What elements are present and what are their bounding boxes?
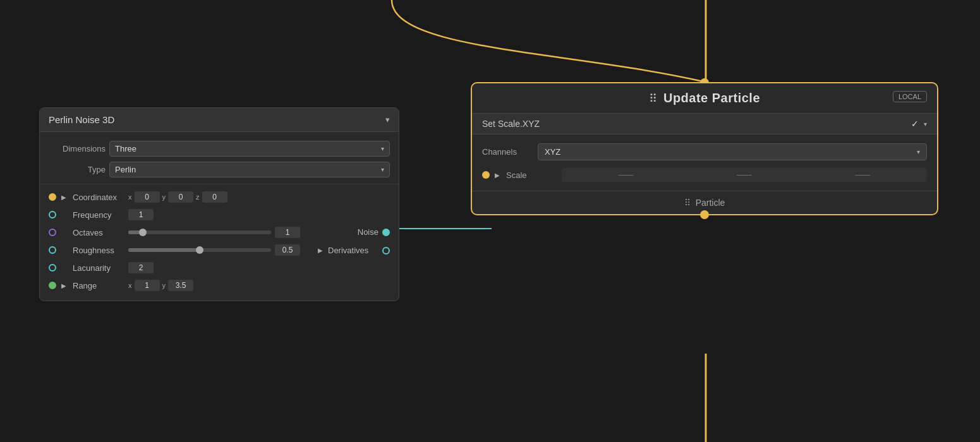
- octaves-socket: [49, 229, 56, 236]
- octaves-slider-thumb[interactable]: [139, 229, 147, 236]
- dimensions-row: Dimensions Three ▾: [40, 138, 399, 159]
- range-socket: [49, 282, 56, 289]
- scale-row: ▶ Scale —— —— ——: [472, 164, 937, 186]
- particle-label: Particle: [696, 198, 725, 208]
- perlin-node-header: Perlin Noise 3D ▾: [40, 108, 399, 132]
- coordinatex-expand[interactable]: ▶: [61, 194, 66, 201]
- particle-grid-icon: ⠿: [684, 198, 691, 208]
- roughness-slider-thumb[interactable]: [196, 246, 203, 254]
- roughness-slider-track[interactable]: [128, 248, 271, 252]
- node-body-inner: ▶ Coordinatex x 0 y 0 z 0 Frequency 1: [40, 188, 399, 294]
- octaves-label: Octaves: [73, 228, 123, 237]
- coord-z-label: z: [196, 193, 200, 201]
- coordinatex-label: Coordinatex: [73, 193, 123, 202]
- channels-label: Channels: [482, 147, 533, 157]
- channels-value: XYZ: [545, 147, 560, 157]
- derivatives-socket-row: ▶ Derivatives: [318, 246, 390, 255]
- scale-expand[interactable]: ▶: [495, 172, 500, 179]
- roughness-socket: [49, 246, 56, 254]
- frequency-row: Frequency 1: [40, 206, 309, 224]
- roughness-value[interactable]: 0.5: [275, 244, 300, 256]
- noise-label: Noise: [328, 227, 378, 237]
- type-dropdown-arrow: ▾: [381, 166, 384, 173]
- scale-label: Scale: [506, 170, 557, 180]
- update-node-title: Update Particle: [663, 91, 760, 105]
- range-label: Range: [73, 281, 123, 290]
- dimensions-dropdown-arrow: ▾: [381, 145, 384, 152]
- coord-z-input[interactable]: 0: [202, 191, 227, 203]
- scale-left-socket: [482, 171, 490, 179]
- coordinatex-row: ▶ Coordinatex x 0 y 0 z 0: [40, 188, 309, 206]
- update-node-header: ⠿ Update Particle LOCAL: [472, 83, 937, 113]
- update-particle-node: ⠿ Update Particle LOCAL Set Scale.XYZ ✓ …: [471, 82, 938, 215]
- roughness-row: Roughness 0.5: [40, 241, 309, 259]
- dimensions-dropdown[interactable]: Three ▾: [109, 141, 390, 157]
- range-group: x 1 y 3.5: [128, 280, 300, 291]
- range-y-label: y: [162, 282, 166, 289]
- section-expand-arrow[interactable]: ▾: [924, 121, 927, 128]
- dimensions-label: Dimensions: [49, 144, 106, 153]
- derivatives-socket: [382, 247, 390, 254]
- range-row: ▶ Range x 1 y 3.5: [40, 277, 309, 294]
- node-grid-icon: ⠿: [649, 92, 657, 105]
- channels-row: Channels XYZ ▾: [472, 140, 937, 164]
- perlin-node-title: Perlin Noise 3D: [49, 114, 114, 125]
- roughness-slider-fill: [128, 248, 200, 252]
- set-scale-title: Set Scale.XYZ: [482, 119, 540, 129]
- lacunarity-input[interactable]: 2: [128, 262, 154, 273]
- noise-socket-row: Noise: [328, 227, 390, 237]
- frequency-label: Frequency: [73, 210, 123, 220]
- scale-z-dash: ——: [855, 170, 870, 179]
- octaves-row: Octaves 1: [40, 224, 309, 241]
- derivatives-expand[interactable]: ▶: [318, 247, 323, 254]
- frequency-input[interactable]: 1: [128, 209, 154, 220]
- coordinatex-socket: [49, 193, 56, 201]
- type-label: Type: [49, 165, 106, 174]
- range-x-input[interactable]: 1: [135, 280, 160, 291]
- channels-dropdown[interactable]: XYZ ▾: [538, 143, 927, 160]
- dimensions-value: Three: [115, 144, 136, 153]
- channels-dropdown-arrow: ▾: [917, 148, 920, 155]
- collapse-icon[interactable]: ▾: [385, 115, 390, 124]
- range-x-label: x: [128, 282, 132, 289]
- local-badge: LOCAL: [893, 91, 927, 102]
- coord-y-input[interactable]: 0: [168, 191, 193, 203]
- range-expand[interactable]: ▶: [61, 282, 66, 289]
- noise-socket: [382, 229, 390, 236]
- scale-x-dash: ——: [619, 170, 634, 179]
- roughness-slider-container: 0.5: [128, 244, 300, 256]
- scale-y-dash: ——: [737, 170, 752, 179]
- lacunarity-label: Lacunarity: [73, 263, 123, 273]
- set-scale-section-body: Channels XYZ ▾ ▶ Scale —— —— ——: [472, 134, 937, 191]
- roughness-label: Roughness: [73, 246, 123, 255]
- range-y-input[interactable]: 3.5: [168, 280, 193, 291]
- octaves-value[interactable]: 1: [275, 227, 300, 238]
- left-fields: ▶ Coordinatex x 0 y 0 z 0 Frequency 1: [40, 188, 309, 294]
- perlin-noise-node: Perlin Noise 3D ▾ Dimensions Three ▾ Typ…: [39, 107, 399, 301]
- type-row: Type Perlin ▾: [40, 159, 399, 180]
- lacunarity-socket: [49, 264, 56, 272]
- perlin-node-body: Dimensions Three ▾ Type Perlin ▾ ▶ Coord: [40, 132, 399, 301]
- update-node-bottom-socket: [700, 210, 709, 219]
- coord-y-label: y: [162, 193, 166, 201]
- octaves-slider-track[interactable]: [128, 230, 271, 234]
- set-scale-section-header: Set Scale.XYZ ✓ ▾: [472, 113, 937, 134]
- lacunarity-row: Lacunarity 2: [40, 259, 309, 277]
- coord-x-label: x: [128, 193, 132, 201]
- type-dropdown[interactable]: Perlin ▾: [109, 162, 390, 177]
- section-controls: ✓ ▾: [911, 119, 927, 129]
- right-sockets-column: Noise ▶ Derivatives: [309, 188, 399, 294]
- type-value: Perlin: [115, 165, 136, 174]
- scale-values: —— —— ——: [562, 168, 927, 182]
- frequency-socket: [49, 211, 56, 218]
- octaves-slider-container: 1: [128, 227, 300, 238]
- derivatives-label: Derivatives: [328, 246, 378, 255]
- coord-x-input[interactable]: 0: [135, 191, 160, 203]
- section-check-icon[interactable]: ✓: [911, 119, 919, 129]
- coord-group: x 0 y 0 z 0: [128, 191, 300, 203]
